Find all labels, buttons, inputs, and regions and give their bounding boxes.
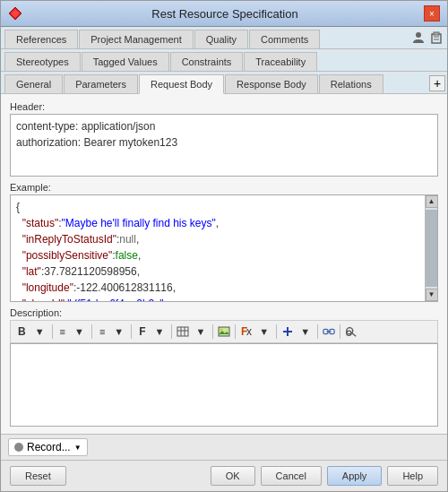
record-bar: Record... ▼	[1, 434, 447, 460]
sep2	[91, 324, 92, 339]
sep9	[340, 324, 340, 339]
example-label: Example:	[10, 182, 438, 193]
json-line-1: "status":"Maybe he'll finally find his k…	[16, 215, 419, 231]
search-icon[interactable]	[344, 325, 358, 338]
header-line1: content-type: application/json	[16, 118, 432, 134]
tab-constraints[interactable]: Constraints	[170, 52, 244, 71]
title-bar: Rest Resource Specification ×	[1, 1, 447, 27]
table-dropdown[interactable]: ▼	[192, 324, 209, 339]
scrollbar-up[interactable]: ▲	[426, 195, 438, 208]
sep5	[212, 324, 213, 339]
record-label: Record...	[27, 441, 71, 453]
header-line2: authorization: Bearer mytoken123	[16, 134, 432, 151]
tab-quality[interactable]: Quality	[194, 30, 248, 48]
json-line-0: {	[16, 199, 419, 215]
clipboard-icon[interactable]	[427, 29, 445, 47]
align-dropdown[interactable]: ▼	[71, 324, 88, 339]
json-line-3: "possiblySensitive":false,	[16, 247, 419, 263]
record-dot	[14, 443, 23, 452]
header-box[interactable]: content-type: application/json authoriza…	[10, 114, 438, 177]
formula-dropdown[interactable]: ▼	[255, 324, 272, 339]
json-line-2: "inReplyToStatusId":null,	[16, 231, 419, 247]
sep8	[317, 324, 318, 339]
bold-dropdown[interactable]: ▼	[31, 324, 48, 339]
formula-icon[interactable]: Fx	[239, 325, 254, 338]
hyperlink-icon[interactable]	[322, 325, 336, 338]
help-button[interactable]: Help	[387, 466, 438, 486]
description-section: Description: B ▼ ≡ ▼ ≡ ▼ F ▼ ▼	[10, 307, 438, 427]
tabs-row1: References Project Management Quality Co…	[1, 27, 447, 49]
align-left-button[interactable]: ≡	[56, 324, 69, 339]
tab-response-body[interactable]: Response Body	[225, 74, 318, 93]
tab-relations[interactable]: Relations	[319, 74, 383, 93]
font-button[interactable]: F	[135, 324, 149, 340]
tabs-row2: Stereotypes Tagged Values Constraints Tr…	[1, 49, 447, 72]
list-button[interactable]: ≡	[96, 324, 108, 339]
sep4	[171, 324, 172, 339]
tab-parameters[interactable]: Parameters	[64, 74, 138, 93]
svg-line-22	[352, 333, 356, 337]
insert-dropdown[interactable]: ▼	[297, 324, 314, 339]
tab-project-management[interactable]: Project Management	[79, 30, 194, 48]
svg-text:x: x	[246, 326, 252, 337]
user-icon[interactable]	[409, 29, 427, 47]
scrollbar-thumb[interactable]	[426, 210, 438, 287]
add-button-area: +	[427, 72, 447, 93]
image-icon[interactable]	[217, 325, 231, 338]
description-editor[interactable]	[10, 343, 438, 427]
example-content: { "status":"Maybe he'll finally find his…	[11, 195, 425, 301]
close-button[interactable]: ×	[424, 5, 440, 22]
sep7	[276, 324, 277, 339]
header-label: Header:	[10, 101, 438, 112]
tabs-row3: General Parameters Request Body Response…	[1, 72, 447, 94]
example-box[interactable]: { "status":"Maybe he'll finally find his…	[10, 194, 438, 302]
cancel-button[interactable]: Cancel	[261, 466, 322, 486]
description-label: Description:	[10, 307, 438, 318]
svg-rect-4	[434, 32, 439, 35]
ok-button[interactable]: OK	[211, 466, 255, 486]
insert-icon[interactable]	[280, 325, 295, 338]
sep3	[131, 324, 132, 339]
sep1	[52, 324, 53, 339]
tab-stereotypes[interactable]: Stereotypes	[4, 52, 81, 71]
header-section: Header: content-type: application/json a…	[10, 101, 438, 177]
example-scrollbar[interactable]: ▲ ▼	[425, 195, 437, 301]
font-dropdown[interactable]: ▼	[151, 324, 168, 339]
description-toolbar: B ▼ ≡ ▼ ≡ ▼ F ▼ ▼	[10, 320, 438, 343]
apply-button[interactable]: Apply	[327, 466, 383, 486]
record-button[interactable]: Record... ▼	[8, 438, 88, 456]
tab-references[interactable]: References	[4, 30, 78, 48]
tab-request-body[interactable]: Request Body	[139, 74, 224, 94]
app-icon	[8, 6, 22, 21]
json-line-5: "longitude":-122.400612831116,	[16, 280, 419, 296]
sep6	[235, 324, 236, 339]
json-line-4: "lat":37.7821120598956,	[16, 263, 419, 280]
title-bar-left	[8, 6, 26, 21]
footer-left: Reset	[10, 466, 205, 486]
tab-tagged-values[interactable]: Tagged Values	[82, 52, 169, 71]
window-title: Rest Resource Specification	[26, 7, 424, 21]
record-arrow: ▼	[74, 444, 82, 452]
example-section: Example: { "status":"Maybe he'll finally…	[10, 182, 438, 302]
tab-comments[interactable]: Comments	[249, 30, 320, 48]
main-window: Rest Resource Specification × References…	[0, 0, 448, 492]
json-line-6: "placeId":"df51dec6f4ee2b2c",	[16, 296, 419, 301]
table-icon[interactable]	[176, 325, 190, 338]
svg-point-2	[416, 32, 421, 38]
content-area: Header: content-type: application/json a…	[1, 94, 447, 434]
svg-rect-11	[219, 327, 229, 336]
tab-general[interactable]: General	[4, 74, 63, 93]
tab-traceability[interactable]: Traceability	[244, 52, 317, 71]
svg-rect-7	[177, 327, 188, 336]
reset-button[interactable]: Reset	[10, 466, 66, 486]
side-icons-top	[409, 27, 447, 48]
bold-button[interactable]: B	[14, 324, 30, 340]
svg-point-13	[220, 329, 223, 332]
scrollbar-down[interactable]: ▼	[426, 289, 438, 301]
add-icon[interactable]: +	[429, 75, 445, 91]
list-dropdown[interactable]: ▼	[110, 324, 127, 339]
footer: Reset OK Cancel Apply Help	[1, 460, 447, 491]
